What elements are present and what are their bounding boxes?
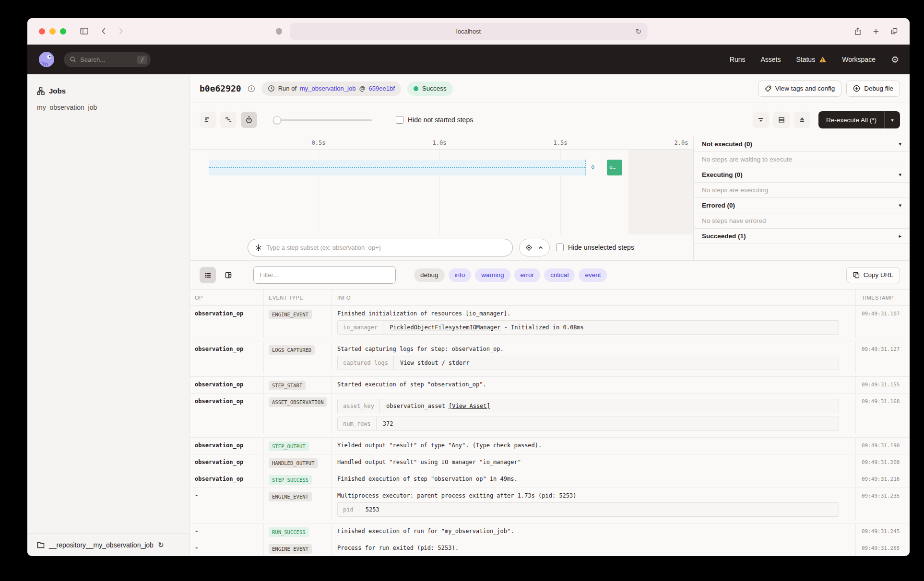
nav-runs[interactable]: Runs xyxy=(730,56,746,63)
checkbox-icon[interactable] xyxy=(396,116,403,124)
view-tags-config-button[interactable]: View tags and config xyxy=(758,81,841,97)
debug-file-button[interactable]: Debug file xyxy=(846,81,900,97)
log-level-filters: debug info warning error critical event xyxy=(414,268,607,282)
nav-workspace[interactable]: Workspace xyxy=(842,56,876,63)
close-window-button[interactable] xyxy=(39,28,45,35)
log-row[interactable]: - RUN_SUCCESS Finished execution of run … xyxy=(190,523,910,540)
level-warning[interactable]: warning xyxy=(475,268,510,282)
checkbox-icon[interactable] xyxy=(556,244,564,251)
window-controls xyxy=(39,28,66,35)
settings-gear-icon[interactable]: ⚙ xyxy=(891,54,899,65)
flat-view-button[interactable] xyxy=(200,112,216,128)
reload-icon[interactable]: ↻ xyxy=(635,27,641,36)
search-icon xyxy=(70,56,76,63)
log-row[interactable]: observation_op STEP_OUTPUT Yielded outpu… xyxy=(190,438,910,454)
zoom-window-button[interactable] xyxy=(60,28,66,35)
panel-empty-text: No steps have errored xyxy=(702,217,766,224)
log-row[interactable]: observation_op STEP_SUCCESS Finished exe… xyxy=(190,471,910,488)
panel-section-executing[interactable]: Executing (0) ▾ xyxy=(694,167,910,183)
gantt-zoom-slider[interactable] xyxy=(273,116,372,124)
run-id: b0e62920 xyxy=(200,83,241,93)
waterfall-view-button[interactable] xyxy=(220,112,237,128)
log-list-view-button[interactable] xyxy=(200,267,216,283)
success-dot-icon xyxy=(414,86,418,91)
log-row[interactable]: observation_op ENGINE_EVENT Finished ini… xyxy=(190,306,910,341)
event-metadata-box: captured_logs View stdout / stderr xyxy=(337,356,839,370)
metadata-link[interactable]: PickledObjectFilesystemIOManager xyxy=(390,324,500,331)
sidebar-title: Jobs xyxy=(49,87,66,95)
eject-button[interactable] xyxy=(794,112,810,128)
sidebar-item-job[interactable]: my_observation_job xyxy=(27,101,190,114)
log-row[interactable]: observation_op ASSET_OBSERVATION asset_k… xyxy=(190,394,910,438)
log-structured-view-button[interactable] xyxy=(220,267,237,283)
reexecute-dropdown-caret[interactable]: ▾ xyxy=(884,111,900,128)
jobs-sidebar: Jobs my_observation_job __repository__my… xyxy=(27,74,190,556)
event-type-chip: ENGINE_EVENT xyxy=(269,544,312,554)
caret-down-icon: ▾ xyxy=(899,141,901,147)
log-row[interactable]: observation_op STEP_START Started execut… xyxy=(190,377,910,394)
jobs-tree-icon xyxy=(37,87,45,95)
run-of-pill: Run of my_observation_job @ 659ee1bf xyxy=(261,81,401,96)
slider-knob[interactable] xyxy=(273,116,281,124)
share-icon[interactable] xyxy=(854,27,862,35)
event-type-chip: LOGS_CAPTURED xyxy=(269,345,315,355)
log-row[interactable]: - ENGINE_EVENT Multiprocess executor: pa… xyxy=(190,488,910,523)
back-icon[interactable] xyxy=(101,27,106,35)
status-badge: Success xyxy=(407,81,453,96)
repository-name: __repository__my_observation_job xyxy=(49,541,154,549)
dagster-logo-icon[interactable] xyxy=(38,51,55,68)
sidebar-toggle-icon[interactable] xyxy=(80,27,89,35)
level-event[interactable]: event xyxy=(579,268,607,282)
gantt-step-box[interactable]: o… xyxy=(607,160,622,175)
address-bar[interactable]: localhost ↻ xyxy=(290,23,647,40)
tab-overview-icon[interactable] xyxy=(890,27,898,35)
log-row[interactable]: observation_op HANDLED_OUTPUT Handled ou… xyxy=(190,454,910,471)
job-link[interactable]: my_observation_job xyxy=(300,85,355,92)
timed-view-button[interactable] xyxy=(241,112,257,128)
step-subset-row: Hide unselected steps xyxy=(190,234,693,260)
rows-view-button[interactable] xyxy=(773,112,790,128)
panel-section-not-executed[interactable]: Not executed (0) ▾ xyxy=(694,137,910,152)
nav-assets[interactable]: Assets xyxy=(760,56,781,63)
refresh-icon[interactable]: ↻ xyxy=(158,541,164,549)
level-debug[interactable]: debug xyxy=(414,268,445,282)
copy-url-button[interactable]: Copy URL xyxy=(846,267,900,283)
minimize-window-button[interactable] xyxy=(49,28,56,35)
log-row[interactable]: - ENGINE_EVENT Process for run exited (p… xyxy=(190,540,910,556)
nav-status[interactable]: Status xyxy=(796,56,827,63)
panel-empty-text: No steps are executing xyxy=(702,186,768,194)
hide-unselected-checkbox[interactable]: Hide unselected steps xyxy=(556,244,634,251)
gantt-time-axis: 0.5s 1.0s 1.5s 2.0s xyxy=(190,137,693,150)
info-icon[interactable] xyxy=(248,85,255,93)
op-selector-icon xyxy=(255,244,262,252)
view-asset-link[interactable]: [View Asset] xyxy=(449,403,490,409)
panel-section-succeeded[interactable]: Succeeded (1) ▸ xyxy=(694,229,910,244)
log-filter-input[interactable] xyxy=(260,271,390,279)
event-type-chip: RUN_SUCCESS xyxy=(269,527,309,537)
level-info[interactable]: info xyxy=(449,268,472,282)
panel-empty-text: No steps are waiting to execute xyxy=(702,156,792,163)
subset-apply-group[interactable] xyxy=(519,239,550,256)
gantt-out-of-range-region xyxy=(628,150,693,234)
new-tab-icon[interactable]: + xyxy=(873,26,879,36)
reexecute-all-button[interactable]: Re-execute All (*) xyxy=(818,111,884,128)
global-search-input[interactable]: Search... / xyxy=(64,52,151,67)
browser-window: localhost ↻ + Search... / xyxy=(27,18,910,556)
level-error[interactable]: error xyxy=(514,268,541,282)
hide-not-started-checkbox[interactable]: Hide not started steps xyxy=(396,116,473,124)
forward-icon[interactable] xyxy=(118,27,123,35)
event-metadata-box: num_rows 372 xyxy=(337,417,839,431)
step-subset-input[interactable] xyxy=(266,244,506,251)
log-row[interactable]: observation_op LOGS_CAPTURED Started cap… xyxy=(190,341,910,377)
commit-link[interactable]: 659ee1bf xyxy=(369,85,395,92)
download-circle-icon xyxy=(853,85,860,92)
log-toolbar: debug info warning error critical event … xyxy=(190,261,910,290)
level-critical[interactable]: critical xyxy=(544,268,575,282)
filter-collapse-button[interactable] xyxy=(753,112,769,128)
search-shortcut-key: / xyxy=(137,56,147,64)
event-metadata-box: asset_key observation_asset [View Asset] xyxy=(337,399,839,413)
privacy-shield-icon[interactable] xyxy=(275,27,282,35)
panel-section-errored[interactable]: Errored (0) ▾ xyxy=(694,198,910,213)
caret-down-icon: ▾ xyxy=(899,202,901,209)
layers-icon xyxy=(525,244,533,251)
